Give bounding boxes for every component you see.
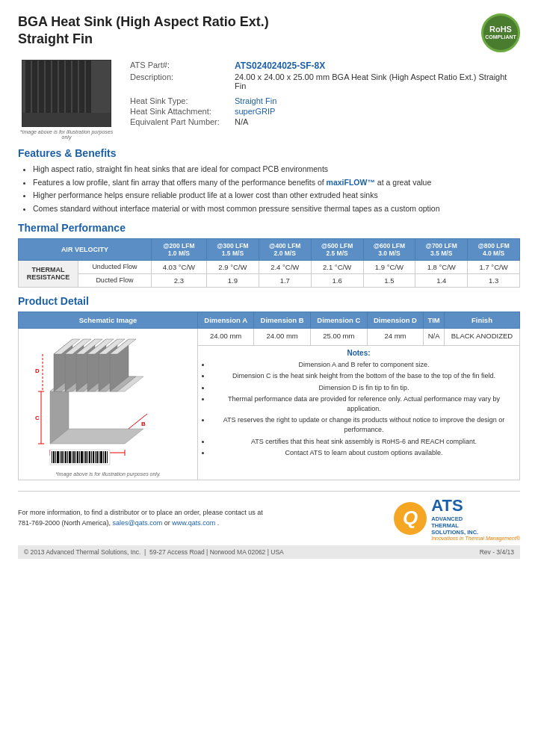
feature-item: Comes standard without interface materia…: [33, 203, 520, 214]
svg-rect-37: [57, 451, 59, 463]
unducted-700: 1.8 °C/W: [415, 260, 468, 273]
svg-rect-52: [87, 451, 88, 463]
part-label: ATS Part#:: [127, 60, 232, 72]
rohs-compliant: COMPLIANT: [485, 34, 516, 40]
footer-revision: Rev - 3/4/13: [480, 548, 514, 556]
footer-content: For more information, to find a distribu…: [18, 496, 520, 541]
title-line1: BGA Heat Sink (High Aspect Ratio Ext.): [18, 13, 269, 31]
note-4: Thermal performance data are provided fo…: [211, 394, 517, 413]
type-value[interactable]: Straight Fin: [235, 96, 276, 105]
svg-rect-50: [84, 451, 84, 463]
unducted-300: 2.9 °C/W: [207, 260, 259, 273]
svg-rect-35: [53, 451, 55, 463]
svg-rect-48: [79, 451, 80, 463]
rohs-badge: RoHS COMPLIANT: [481, 13, 520, 52]
svg-rect-34: [52, 451, 52, 463]
col-tim: TIM: [424, 312, 445, 328]
footer-website-end: .: [217, 519, 220, 527]
svg-rect-43: [69, 451, 71, 463]
dim-b-value: 24.00 mm: [254, 328, 311, 345]
thermal-heading: Thermal Performance: [18, 222, 520, 234]
copyright-left: © 2013 Advanced Thermal Solutions, Inc. …: [24, 548, 284, 556]
image-caption: *Image above is for illustration purpose…: [18, 129, 115, 140]
ducted-500: 1.6: [311, 273, 363, 287]
product-image-box: *Image above is for illustration purpose…: [18, 60, 115, 140]
header-row: BGA Heat Sink (High Aspect Ratio Ext.) S…: [18, 13, 520, 52]
spec-table: ATS Part#: ATS024024025-SF-8X Descriptio…: [127, 60, 520, 91]
detail-table: Schematic Image Dimension A Dimension B …: [18, 312, 520, 480]
page: BGA Heat Sink (High Aspect Ratio Ext.) S…: [0, 0, 538, 756]
product-detail-heading: Product Detail: [18, 295, 520, 307]
svg-rect-61: [105, 451, 106, 463]
footer-website[interactable]: www.qats.com: [172, 519, 215, 527]
equiv-value: N/A: [232, 117, 279, 127]
svg-rect-44: [72, 451, 72, 463]
part-number: ATS024024025-SF-8X: [235, 61, 325, 71]
contact-text: For more information, to find a distribu…: [18, 509, 263, 516]
col-800lfm: @800 LFM4.0 M/S: [468, 238, 520, 260]
copyright-bar: © 2013 Advanced Thermal Solutions, Inc. …: [18, 545, 520, 559]
svg-text:B: B: [141, 421, 146, 427]
svg-rect-36: [55, 451, 56, 463]
svg-rect-56: [95, 451, 96, 463]
svg-rect-39: [61, 451, 63, 463]
feature-item: Features a low profile, slant fin array …: [33, 177, 520, 188]
product-title: BGA Heat Sink (High Aspect Ratio Ext.) S…: [18, 13, 269, 49]
footer-contact: For more information, to find a distribu…: [18, 508, 263, 528]
svg-rect-62: [107, 451, 108, 463]
type-label: Heat Sink Type:: [127, 96, 232, 106]
schematic-svg: A B C D: [28, 332, 188, 470]
col-dim-c: Dimension C: [310, 312, 367, 328]
ats-tagline: Innovations in Thermal Management®: [431, 536, 520, 541]
schematic-cell: A B C D: [19, 328, 198, 480]
col-finish: Finish: [444, 312, 519, 328]
ats-logo: Q ATS ADVANCED THERMAL SOLUTIONS, INC. I…: [394, 496, 520, 541]
unducted-600: 1.9 °C/W: [363, 260, 415, 273]
col-300lfm: @300 LFM1.5 M/S: [207, 238, 259, 260]
notes-cell: Notes: Dimension A and B refer to compon…: [198, 345, 520, 480]
svg-rect-47: [77, 451, 78, 463]
description-label: Description:: [127, 72, 232, 91]
dim-d-value: 24 mm: [367, 328, 424, 345]
svg-rect-55: [93, 451, 94, 463]
attachment-label: Heat Sink Attachment:: [127, 106, 232, 117]
unducted-200: 4.03 °C/W: [151, 260, 206, 273]
features-list: High aspect ratio, straight fin heat sin…: [18, 164, 520, 214]
ducted-label: Ducted Flow: [78, 273, 152, 287]
col-schematic: Schematic Image: [19, 312, 198, 328]
attachment-value[interactable]: superGRIP: [235, 107, 275, 116]
svg-rect-42: [67, 451, 68, 463]
footer-divider: [18, 491, 520, 492]
dim-a-value: 24.00 mm: [198, 328, 254, 345]
description-value: 24.00 x 24.00 x 25.00 mm BGA Heat Sink (…: [232, 72, 520, 91]
tim-value: N/A: [424, 328, 445, 345]
copyright-text: © 2013 Advanced Thermal Solutions, Inc.: [24, 548, 140, 556]
product-info-section: *Image above is for illustration purpose…: [18, 60, 520, 140]
ducted-200: 2.3: [151, 273, 206, 287]
svg-rect-54: [91, 451, 92, 463]
ats-main-text: ATS: [431, 496, 520, 515]
svg-rect-57: [96, 451, 98, 463]
svg-rect-46: [75, 451, 76, 463]
footer-email[interactable]: sales@qats.com: [113, 519, 163, 527]
schematic-caption: *Image above is for illustration purpose…: [21, 471, 195, 477]
ats-sub-line3: SOLUTIONS, INC.: [431, 529, 520, 536]
equiv-label: Equivalent Part Number:: [127, 117, 232, 127]
notes-heading: Notes:: [200, 349, 517, 357]
dim-c-value: 25.00 mm: [310, 328, 367, 345]
performance-table: AIR VELOCITY @200 LFM1.0 M/S @300 LFM1.5…: [18, 238, 520, 288]
unducted-500: 2.1 °C/W: [311, 260, 363, 273]
unducted-800: 1.7 °C/W: [468, 260, 520, 273]
note-1: Dimension A and B refer to component siz…: [211, 360, 517, 370]
unducted-400: 2.4 °C/W: [259, 260, 311, 273]
footer-or: or: [164, 519, 173, 527]
svg-rect-49: [81, 451, 83, 463]
col-dim-d: Dimension D: [367, 312, 424, 328]
note-5: ATS reserves the right to update or chan…: [211, 415, 517, 434]
svg-text:D: D: [35, 368, 40, 374]
col-600lfm: @600 LFM3.0 M/S: [363, 238, 415, 260]
notes-list: Dimension A and B refer to component siz…: [200, 360, 517, 458]
svg-rect-51: [85, 451, 87, 463]
feature-item: Higher performance helps ensure reliable…: [33, 190, 520, 201]
ats-sub-line2: THERMAL: [431, 522, 520, 529]
